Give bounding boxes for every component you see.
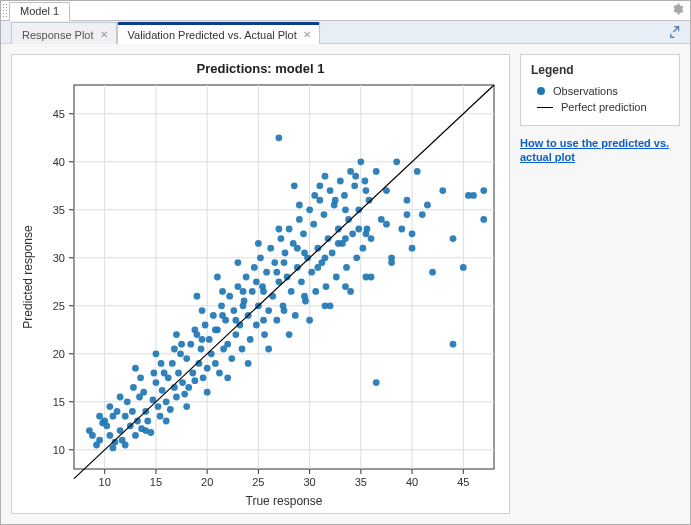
svg-point-202 bbox=[383, 221, 390, 228]
close-icon[interactable]: ✕ bbox=[303, 30, 311, 40]
svg-point-154 bbox=[409, 245, 416, 252]
svg-point-38 bbox=[144, 418, 151, 425]
svg-point-180 bbox=[212, 326, 219, 333]
svg-point-232 bbox=[89, 432, 96, 439]
svg-point-59 bbox=[189, 370, 196, 377]
svg-point-44 bbox=[159, 387, 166, 394]
expand-icon[interactable] bbox=[668, 24, 684, 40]
svg-point-208 bbox=[194, 293, 201, 300]
svg-point-121 bbox=[316, 197, 323, 204]
svg-point-54 bbox=[179, 379, 186, 386]
svg-point-87 bbox=[247, 336, 254, 343]
svg-point-77 bbox=[226, 293, 233, 300]
svg-point-142 bbox=[359, 245, 366, 252]
svg-point-223 bbox=[286, 331, 293, 338]
svg-point-143 bbox=[362, 178, 369, 185]
svg-point-129 bbox=[333, 274, 340, 281]
svg-point-64 bbox=[200, 374, 207, 381]
svg-point-203 bbox=[404, 211, 411, 218]
svg-text:45: 45 bbox=[53, 108, 65, 120]
gear-icon[interactable] bbox=[672, 3, 684, 18]
svg-point-191 bbox=[158, 360, 165, 367]
svg-point-79 bbox=[230, 307, 237, 314]
svg-point-42 bbox=[155, 403, 162, 410]
svg-point-196 bbox=[260, 288, 267, 295]
svg-point-138 bbox=[351, 182, 358, 189]
svg-point-83 bbox=[239, 346, 246, 353]
svg-point-69 bbox=[210, 312, 217, 319]
svg-point-19 bbox=[96, 437, 103, 444]
svg-point-240 bbox=[363, 187, 370, 194]
svg-point-186 bbox=[335, 240, 342, 247]
svg-point-65 bbox=[202, 322, 209, 329]
svg-point-152 bbox=[398, 226, 405, 233]
svg-point-237 bbox=[332, 197, 339, 204]
svg-point-119 bbox=[312, 288, 319, 295]
svg-point-199 bbox=[322, 254, 329, 261]
svg-point-107 bbox=[288, 288, 295, 295]
svg-point-118 bbox=[310, 221, 317, 228]
svg-text:30: 30 bbox=[303, 476, 315, 488]
svg-point-36 bbox=[140, 389, 147, 396]
svg-point-22 bbox=[106, 432, 113, 439]
svg-point-31 bbox=[129, 408, 136, 415]
svg-point-159 bbox=[450, 235, 457, 242]
svg-point-193 bbox=[199, 336, 206, 343]
svg-point-175 bbox=[106, 403, 113, 410]
drag-handle-icon[interactable] bbox=[2, 3, 8, 17]
svg-point-225 bbox=[327, 302, 334, 309]
svg-point-177 bbox=[151, 370, 158, 377]
svg-point-190 bbox=[137, 374, 144, 381]
svg-point-222 bbox=[265, 346, 272, 353]
svg-text:True response: True response bbox=[246, 494, 323, 508]
svg-text:35: 35 bbox=[355, 476, 367, 488]
tab-predicted-vs-actual[interactable]: Validation Predicted vs. Actual Plot ✕ bbox=[117, 22, 320, 44]
help-link[interactable]: How to use the predicted vs. actual plot bbox=[520, 136, 680, 165]
outer-tabstrip: Model 1 bbox=[1, 1, 690, 21]
close-icon[interactable]: ✕ bbox=[100, 30, 108, 40]
svg-point-70 bbox=[212, 360, 219, 367]
svg-point-148 bbox=[378, 216, 385, 223]
svg-point-146 bbox=[368, 235, 375, 242]
svg-point-58 bbox=[187, 341, 194, 348]
svg-point-89 bbox=[251, 264, 258, 271]
svg-point-188 bbox=[96, 413, 103, 420]
side-panel: Legend Observations Perfect prediction H… bbox=[520, 54, 680, 514]
svg-point-195 bbox=[240, 288, 247, 295]
svg-point-106 bbox=[286, 226, 293, 233]
svg-point-239 bbox=[352, 173, 359, 180]
svg-point-126 bbox=[327, 187, 334, 194]
svg-point-192 bbox=[178, 341, 185, 348]
svg-point-28 bbox=[122, 413, 129, 420]
svg-point-57 bbox=[185, 384, 192, 391]
svg-text:10: 10 bbox=[53, 444, 65, 456]
svg-point-155 bbox=[414, 168, 421, 175]
svg-point-185 bbox=[314, 264, 321, 271]
svg-point-182 bbox=[253, 278, 260, 285]
svg-point-92 bbox=[257, 254, 264, 261]
svg-point-160 bbox=[460, 264, 467, 271]
svg-point-52 bbox=[175, 370, 182, 377]
svg-point-167 bbox=[219, 288, 226, 295]
svg-point-141 bbox=[357, 158, 364, 165]
svg-point-63 bbox=[198, 346, 205, 353]
svg-text:10: 10 bbox=[99, 476, 111, 488]
svg-point-220 bbox=[224, 374, 231, 381]
svg-point-67 bbox=[206, 336, 213, 343]
svg-point-25 bbox=[114, 408, 121, 415]
legend-title: Legend bbox=[531, 63, 669, 77]
tab-response-plot[interactable]: Response Plot ✕ bbox=[11, 22, 117, 44]
svg-point-88 bbox=[249, 288, 256, 295]
svg-point-171 bbox=[301, 293, 308, 300]
svg-point-29 bbox=[124, 398, 131, 405]
svg-point-32 bbox=[132, 432, 139, 439]
svg-point-53 bbox=[177, 350, 184, 357]
svg-point-46 bbox=[163, 398, 170, 405]
svg-point-48 bbox=[167, 406, 174, 413]
outer-tab-model[interactable]: Model 1 bbox=[9, 2, 70, 21]
svg-point-221 bbox=[245, 360, 252, 367]
svg-point-100 bbox=[273, 317, 280, 324]
svg-point-209 bbox=[214, 274, 221, 281]
svg-point-117 bbox=[308, 269, 315, 276]
svg-point-111 bbox=[296, 216, 303, 223]
